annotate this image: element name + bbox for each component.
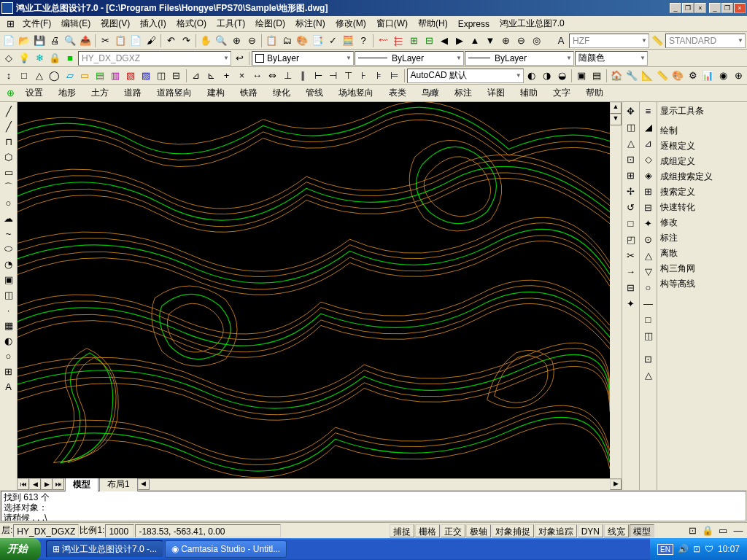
rt11-icon[interactable]: ▽ — [641, 264, 656, 279]
ssm-icon[interactable]: 📑 — [310, 34, 325, 48]
tray-icon-3[interactable]: 🛡 — [705, 544, 713, 554]
help-icon[interactable]: ? — [356, 34, 371, 48]
pan-icon[interactable]: ✋ — [198, 34, 213, 48]
menu-window[interactable]: 窗口(W) — [371, 16, 413, 31]
ellipsearc-icon[interactable]: ◔ — [1, 257, 16, 271]
region-icon[interactable]: ○ — [1, 349, 16, 363]
pline-icon[interactable]: ⊓ — [1, 134, 16, 149]
menu-tools[interactable]: 工具(T) — [212, 16, 250, 31]
circle-icon[interactable]: ○ — [1, 195, 16, 210]
rt17-icon[interactable]: △ — [641, 368, 656, 382]
textstyle-icon[interactable]: A — [554, 34, 568, 48]
menu-file[interactable]: 文件(F) — [18, 16, 56, 31]
r3f-icon[interactable]: 🏠 — [609, 69, 624, 83]
toggle-grid[interactable]: 栅格 — [415, 524, 440, 537]
tab-building[interactable]: 建构 — [200, 85, 232, 101]
item-search-group[interactable]: 成组搜索定义 — [660, 169, 744, 184]
nav6-icon[interactable]: ▶ — [452, 34, 467, 48]
r3h-icon[interactable]: 📐 — [640, 69, 654, 83]
app-max-button[interactable]: ❐ — [721, 3, 733, 13]
dim11-icon[interactable]: ⊤ — [341, 69, 356, 83]
tab-layout1[interactable]: 布局1 — [99, 477, 138, 491]
nav5-icon[interactable]: ◀ — [437, 34, 452, 48]
r3m-icon[interactable]: ◉ — [716, 69, 730, 83]
toggle-osnap[interactable]: 对象捕捉 — [492, 524, 534, 537]
stretch-icon[interactable]: ◰ — [624, 232, 638, 246]
nav2-icon[interactable]: ⬱ — [391, 34, 406, 48]
status-icon-2[interactable]: 🔒 — [700, 524, 715, 538]
tab-text[interactable]: 文字 — [546, 85, 578, 101]
dim3-icon[interactable]: + — [220, 69, 234, 83]
hongye-icon[interactable]: ⊕ — [3, 86, 18, 101]
vscrollbar[interactable]: ▲ ▼ — [610, 102, 622, 478]
toggle-dyn[interactable]: DYN — [578, 524, 603, 537]
menu-dimension[interactable]: 标注(N) — [290, 16, 330, 31]
status-icon-1[interactable]: ⊡ — [685, 524, 700, 538]
color-control[interactable]: ByLayer — [252, 51, 354, 66]
dim8-icon[interactable]: ∥ — [295, 69, 310, 83]
toggle-ortho[interactable]: 正交 — [441, 524, 465, 537]
array-icon[interactable]: ⊞ — [624, 168, 638, 182]
tab-birdview[interactable]: 鸟瞰 — [414, 85, 446, 101]
r3j-icon[interactable]: 🎨 — [670, 69, 685, 83]
item-tin[interactable]: 构三角网 — [660, 261, 744, 276]
open-icon[interactable]: 📂 — [17, 34, 31, 48]
command-window[interactable]: 找到 613 个 选择对象： 请稍候 . . .\ — [1, 491, 746, 521]
shape9-icon[interactable]: ▨ — [139, 69, 153, 83]
r3c-icon[interactable]: ◒ — [554, 69, 569, 83]
tab-road-vert[interactable]: 道路竖向 — [150, 85, 199, 101]
layer-freeze-icon[interactable]: ❄ — [32, 51, 47, 66]
explode-icon[interactable]: ✦ — [624, 296, 638, 311]
xline-icon[interactable]: ╱ — [1, 119, 16, 133]
nav1-icon[interactable]: ⬳ — [376, 34, 390, 48]
tab-next-icon[interactable]: ▶ — [41, 478, 53, 490]
lineweight-combo[interactable]: ByLayer — [465, 51, 574, 66]
status-icon-4[interactable]: — — [731, 524, 746, 538]
menu-hongye[interactable]: 鸿业工业总图7.0 — [495, 16, 570, 31]
paste-icon[interactable]: 📄 — [128, 34, 143, 48]
tab-prev-icon[interactable]: ◀ — [29, 478, 41, 490]
hatch-icon[interactable]: ▦ — [1, 318, 16, 332]
item-modify[interactable]: 修改 — [660, 215, 744, 230]
r3d-icon[interactable]: ▣ — [574, 69, 589, 83]
preview-icon[interactable]: 🔍 — [63, 34, 77, 48]
tab-settings[interactable]: 设置 — [18, 85, 50, 101]
shape2-icon[interactable]: △ — [32, 69, 47, 83]
rt1-icon[interactable]: ≡ — [641, 104, 656, 118]
shape5-icon[interactable]: ▭ — [78, 69, 93, 83]
nav11-icon[interactable]: ◎ — [529, 34, 543, 48]
linetype-combo[interactable]: ByLayer — [355, 51, 464, 66]
dim-linear-icon[interactable]: ↕ — [1, 69, 16, 83]
menu-insert[interactable]: 插入(I) — [135, 16, 171, 31]
undo-icon[interactable]: ↶ — [163, 34, 178, 48]
nav4-icon[interactable]: ⊟ — [422, 34, 436, 48]
r3k-icon[interactable]: ⚙ — [686, 69, 700, 83]
r3a-icon[interactable]: ◐ — [525, 69, 539, 83]
toggle-model[interactable]: 模型 — [630, 524, 654, 537]
menu-help[interactable]: 帮助(H) — [413, 16, 453, 31]
task-camtasia[interactable]: ◉ Camtasia Studio - Untitl... — [165, 540, 287, 558]
tab-detail[interactable]: 详图 — [480, 85, 512, 101]
dim14-icon[interactable]: ⊨ — [387, 69, 402, 83]
start-button[interactable]: 开始 — [0, 538, 41, 560]
erase-icon[interactable]: ✥ — [624, 104, 638, 118]
trim-icon[interactable]: ✂ — [624, 248, 638, 262]
rt16-icon[interactable]: ⊡ — [641, 351, 656, 366]
tab-railway[interactable]: 铁路 — [233, 85, 265, 101]
mtext-icon[interactable]: A — [1, 379, 16, 394]
toggle-snap[interactable]: 捕捉 — [390, 524, 414, 537]
layer-on-icon[interactable]: 💡 — [17, 51, 31, 66]
menu-edit[interactable]: 编辑(E) — [56, 16, 96, 31]
dim1-icon[interactable]: ⊿ — [189, 69, 204, 83]
layer-color-icon[interactable]: ■ — [63, 51, 77, 66]
rt9-icon[interactable]: ⊙ — [641, 232, 656, 246]
rt10-icon[interactable]: △ — [641, 248, 656, 262]
dim2-icon[interactable]: ⊾ — [204, 69, 219, 83]
gradient-icon[interactable]: ◐ — [1, 333, 16, 348]
arc-icon[interactable]: ⌒ — [1, 180, 16, 195]
zoom-win-icon[interactable]: ⊕ — [229, 34, 244, 48]
toggle-polar[interactable]: 极轴 — [466, 524, 491, 537]
copy2-icon[interactable]: ◫ — [624, 120, 638, 134]
r3i-icon[interactable]: 📏 — [655, 69, 670, 83]
rt2-icon[interactable]: ◢ — [641, 120, 656, 134]
